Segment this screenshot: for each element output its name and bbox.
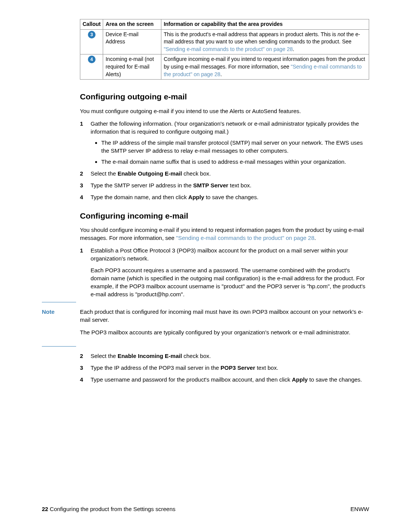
note-block: Note Each product that is configured for…: [42, 308, 369, 341]
list-item: 4Type username and password for the prod…: [80, 375, 369, 383]
bullet-item: The IP address of the simple mail transf…: [101, 139, 369, 155]
note-label: Note: [42, 308, 80, 341]
step1-para: Each POP3 account requires a username an…: [91, 266, 369, 298]
callout-badge: 4: [88, 56, 96, 63]
heading-incoming: Configuring incoming e-mail: [80, 210, 369, 221]
intro-outgoing: You must configure outgoing e-mail if yo…: [80, 107, 369, 115]
th-callout: Callout: [80, 19, 103, 30]
table-row: 3 Device E-mail Address This is the prod…: [80, 29, 369, 54]
list-item: 1Gather the following information. (Your…: [80, 120, 369, 166]
list-item: 3Type the SMTP server IP address in the …: [80, 181, 369, 189]
note-p1: Each product that is configured for inco…: [80, 308, 369, 324]
note-p2: The POP3 mailbox accounts are typically …: [80, 328, 369, 336]
heading-outgoing: Configuring outgoing e-mail: [80, 91, 369, 102]
list-item: 4Type the domain name, and then click Ap…: [80, 193, 369, 201]
footer-right: ENWW: [350, 505, 369, 513]
chapter-title: Configuring the product from the Setting…: [48, 506, 175, 512]
list-item: 2Select the Enable Incoming E-mail check…: [80, 352, 369, 360]
table-row: 4 Incoming e-mail (not required for E-ma…: [80, 54, 369, 80]
intro-incoming: You should configure incoming e-mail if …: [80, 226, 369, 242]
info-cell: Configure incoming e-mail if you intend …: [161, 54, 369, 80]
callout-badge: 3: [88, 31, 96, 38]
area-cell: Incoming e-mail (not required for E-mail…: [103, 54, 161, 80]
area-cell: Device E-mail Address: [103, 29, 161, 54]
note-rule-top: [42, 302, 76, 302]
callout-table: Callout Area on the screen Information o…: [80, 19, 369, 80]
page-number: 22: [42, 506, 48, 512]
th-info: Information or capability that the area …: [161, 19, 369, 30]
info-cell: This is the product's e-mail address tha…: [161, 29, 369, 54]
page-footer: 22 Configuring the product from the Sett…: [42, 505, 369, 513]
list-item: 2Select the Enable Outgoing E-mail check…: [80, 169, 369, 177]
link-sending-email[interactable]: "Sending e-mail commands to the product"…: [176, 235, 314, 241]
list-item: 1Establish a Post Office Protocol 3 (POP…: [80, 246, 369, 298]
th-area: Area on the screen: [103, 19, 161, 30]
link-sending-email[interactable]: "Sending e-mail commands to the product"…: [164, 46, 293, 52]
bullet-item: The e-mail domain name suffix that is us…: [101, 158, 369, 166]
note-rule-bottom: [42, 346, 76, 347]
list-item: 3Type the IP address of the POP3 mail se…: [80, 364, 369, 372]
